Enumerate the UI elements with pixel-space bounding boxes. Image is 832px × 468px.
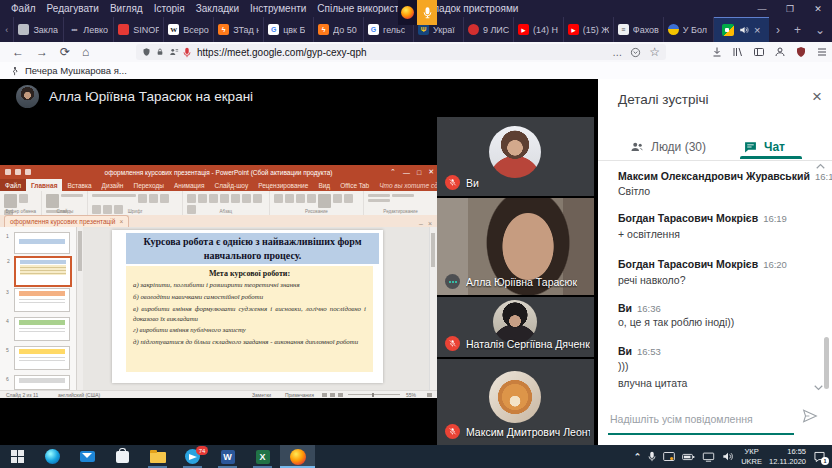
start-button[interactable] [0, 445, 35, 468]
menu-edit[interactable]: Редагувати [47, 3, 99, 14]
action-center-button[interactable]: 1 [813, 451, 826, 463]
close-tab-icon[interactable]: × [754, 25, 760, 36]
ppt-tab-insert[interactable]: Вставка [62, 179, 96, 191]
ppt-tab-home[interactable]: Главная [26, 179, 62, 191]
participant-tile-you[interactable]: Ви [437, 117, 594, 196]
tray-volume-icon[interactable] [722, 451, 734, 462]
lock-icon[interactable] [156, 47, 164, 57]
sidebar-icon[interactable] [753, 46, 765, 58]
comments-button[interactable]: Примечания [285, 392, 314, 398]
pocket-icon[interactable] [630, 47, 641, 58]
window-close-button[interactable]: ✕ [804, 0, 832, 17]
chat-message-input[interactable] [608, 405, 794, 435]
scroll-down-icon[interactable] [814, 385, 823, 391]
tray-network-icon[interactable] [702, 452, 715, 462]
ppt-tab-view[interactable]: Вид [313, 179, 335, 191]
slide-thumbnail-2-selected[interactable] [14, 256, 72, 287]
taskbar-store[interactable] [105, 445, 140, 468]
ppt-close-button[interactable]: ✕ [428, 168, 434, 176]
tab-list-dropdown[interactable]: ⌄ [815, 23, 825, 37]
participant-tile-natalia[interactable]: Наталія Сергіївна Дяченко [437, 297, 594, 357]
browser-tab[interactable]: У Бол [664, 17, 714, 42]
view-reading-icon[interactable] [338, 393, 343, 397]
send-message-icon[interactable] [802, 409, 818, 423]
ppt-ribbon-options-icon[interactable]: ⌃ [390, 168, 396, 176]
taskbar-file-explorer[interactable] [140, 445, 175, 468]
ppt-tab-transitions[interactable]: Переходы [128, 179, 169, 191]
ppt-tab-office-tab[interactable]: Office Tab [335, 179, 374, 191]
browser-tab[interactable]: ≡Фахов [614, 17, 664, 42]
slide-thumbnail-5[interactable] [14, 346, 70, 370]
participant-tile-alla[interactable]: Алла Юріївна Тарасюк [437, 198, 594, 295]
language-indicator[interactable]: английский (США) [58, 392, 100, 398]
account-icon[interactable] [774, 46, 786, 58]
tab-audio-icon[interactable] [739, 25, 749, 35]
browser-tab[interactable]: ϟЗТад н [214, 17, 264, 42]
ppt-group-drawing[interactable]: Рисование [270, 191, 364, 215]
browser-tab[interactable]: •••Левко [64, 17, 114, 42]
browser-tab[interactable]: Закла [14, 17, 64, 42]
taskbar-excel[interactable]: X [245, 445, 280, 468]
new-tab-button[interactable]: + [794, 23, 801, 37]
slide-thumbnail-6[interactable] [14, 375, 70, 390]
chat-scrollbar-thumb[interactable] [824, 337, 829, 389]
taskbar-clock[interactable]: 16:5512.11.2020 [769, 447, 806, 466]
scroll-up-icon[interactable] [816, 163, 825, 169]
active-tab-google-meet[interactable]: × [714, 17, 769, 42]
browser-tab[interactable]: Gцвк Б [264, 17, 314, 42]
mic-sharing-indicator[interactable] [398, 0, 437, 25]
ppt-tab-file[interactable]: Файл [0, 179, 26, 191]
view-sorter-icon[interactable] [330, 393, 335, 397]
permissions-icon[interactable] [169, 47, 179, 57]
page-actions-icon[interactable]: … [612, 47, 622, 58]
zoom-slider-knob[interactable] [372, 393, 374, 397]
browser-tab[interactable]: 9 ЛИС [464, 17, 514, 42]
browser-tab[interactable]: WВсеро [164, 17, 214, 42]
ppt-tab-design[interactable]: Дизайн [97, 179, 129, 191]
slide-thumbnail-1[interactable] [14, 232, 70, 254]
slide-canvas-scrollbar[interactable] [429, 227, 437, 390]
ppt-document-tab[interactable]: оформлення курсових презентацій× [4, 215, 129, 227]
menu-view[interactable]: Вигляд [110, 3, 143, 14]
zoom-percent[interactable]: 55% [406, 392, 416, 398]
bookmark-item[interactable]: Печера Мушкарова я... [25, 65, 127, 76]
back-button[interactable]: ← [12, 46, 24, 58]
thumbnails-scrollbar[interactable] [77, 227, 83, 390]
adblock-extension-icon[interactable] [795, 46, 807, 58]
language-switcher[interactable]: УКРUKRE [741, 447, 762, 466]
scroll-tabs-left-button[interactable]: ‹ [0, 17, 14, 42]
browser-tab[interactable]: ▶(15) Ж [564, 17, 614, 42]
close-document-icon[interactable]: × [119, 218, 123, 225]
tab-people[interactable]: Люди (30) [630, 134, 706, 160]
window-restore-button[interactable]: ❐ [776, 0, 804, 17]
zoom-slider[interactable] [348, 394, 400, 395]
tray-overflow-icon[interactable]: ⌃ [634, 452, 642, 462]
slide-thumbnail-4[interactable] [14, 317, 70, 341]
doc-tabs-close-icon[interactable]: × [428, 220, 432, 227]
fit-to-window-icon[interactable] [427, 393, 432, 397]
url-bar[interactable]: https://meet.google.com/gyp-cexy-qph … ☆ [136, 44, 666, 60]
scroll-tabs-right-button[interactable]: › [776, 23, 780, 37]
menu-bookmarks[interactable]: Закладки [196, 3, 239, 14]
library-icon[interactable] [732, 46, 744, 58]
browser-tab[interactable]: ϟДо 50 [314, 17, 364, 42]
slide-thumbnail-3[interactable] [14, 288, 70, 312]
tray-battery-icon[interactable] [682, 452, 695, 462]
browser-tab[interactable]: SINOP [114, 17, 164, 42]
ppt-tab-review[interactable]: Рецензирование [253, 179, 313, 191]
ppt-tab-animations[interactable]: Анимация [169, 179, 210, 191]
home-button[interactable]: ⌂ [82, 46, 89, 58]
participant-tile-maksym[interactable]: Максим Дмитрович Леонть... [437, 359, 594, 445]
menu-history[interactable]: Історія [154, 3, 185, 14]
doc-tabs-minimize-icon[interactable]: – [419, 220, 423, 227]
url-text[interactable]: https://meet.google.com/gyp-cexy-qph [197, 47, 612, 58]
mic-permission-icon[interactable] [183, 47, 191, 58]
ppt-restore-button[interactable]: □ [417, 169, 421, 176]
window-minimize-button[interactable]: — [748, 0, 776, 17]
taskbar-mail[interactable] [70, 445, 105, 468]
tray-mic-icon[interactable] [648, 451, 656, 462]
tracking-protection-shield-icon[interactable] [142, 47, 151, 57]
reload-button[interactable]: ⟳ [60, 46, 70, 58]
ppt-group-slides[interactable]: Слайды [42, 191, 88, 215]
taskbar-telegram[interactable]: 74 [175, 445, 210, 468]
